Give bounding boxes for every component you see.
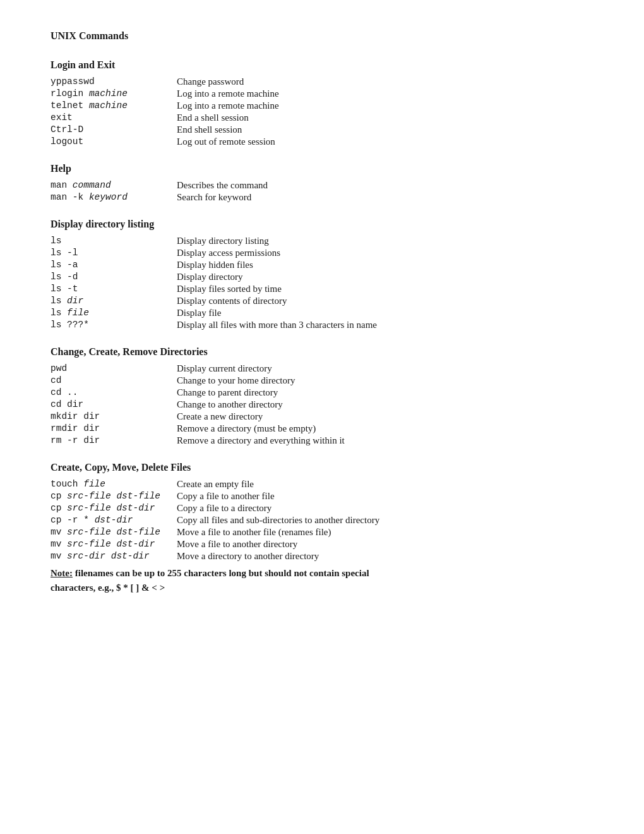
- desc-cell: Remove a directory (must be empty): [177, 423, 593, 435]
- cmd-table-help: man command Describes the command man -k…: [51, 179, 593, 203]
- cmd-table-change-dir: pwd Display current directory cd Change …: [51, 363, 593, 447]
- desc-cell: Display file: [177, 307, 593, 319]
- cmd-cell: ls -a: [51, 259, 177, 271]
- desc-cell: Display all files with more than 3 chara…: [177, 319, 593, 331]
- desc-cell: Search for keyword: [177, 191, 593, 203]
- desc-cell: Copy all files and sub-directories to an…: [177, 514, 593, 526]
- table-row: ls dir Display contents of directory: [51, 295, 593, 307]
- cmd-table-create-copy: touch file Create an empty file cp src-f…: [51, 478, 593, 562]
- table-row: yppasswd Change password: [51, 76, 593, 88]
- desc-cell: Move a file to another file (renames fil…: [177, 526, 593, 538]
- cmd-cell: ls -l: [51, 247, 177, 259]
- desc-cell: Display access permissions: [177, 247, 593, 259]
- cmd-cell: mv src-file dst-file: [51, 526, 177, 538]
- table-row: ls -t Display files sorted by time: [51, 283, 593, 295]
- table-row: Ctrl-D End shell session: [51, 124, 593, 136]
- section-title-login-exit: Login and Exit: [51, 59, 593, 71]
- desc-cell: Change to parent directory: [177, 387, 593, 399]
- section-title-change-dir: Change, Create, Remove Directories: [51, 346, 593, 358]
- table-row: pwd Display current directory: [51, 363, 593, 375]
- table-row: rmdir dir Remove a directory (must be em…: [51, 423, 593, 435]
- cmd-cell: yppasswd: [51, 76, 177, 88]
- cmd-table-login-exit: yppasswd Change password rlogin machine …: [51, 76, 593, 148]
- table-row: ls -d Display directory: [51, 271, 593, 283]
- cmd-cell: exit: [51, 112, 177, 124]
- cmd-cell: mkdir dir: [51, 411, 177, 423]
- table-row: cp src-file dst-dir Copy a file to a dir…: [51, 502, 593, 514]
- section-title-display-dir: Display directory listing: [51, 219, 593, 230]
- desc-cell: Log into a remote machine: [177, 100, 593, 112]
- cmd-cell: telnet machine: [51, 100, 177, 112]
- table-row: man command Describes the command: [51, 179, 593, 191]
- desc-cell: Change password: [177, 76, 593, 88]
- table-row: cp -r * dst-dir Copy all files and sub-d…: [51, 514, 593, 526]
- desc-cell: Move a directory to another directory: [177, 550, 593, 562]
- table-row: cp src-file dst-file Copy a file to anot…: [51, 490, 593, 502]
- cmd-cell: cp src-file dst-dir: [51, 502, 177, 514]
- cmd-cell: pwd: [51, 363, 177, 375]
- cmd-cell: touch file: [51, 478, 177, 490]
- cmd-cell: ls ???*: [51, 319, 177, 331]
- table-row: ls ???* Display all files with more than…: [51, 319, 593, 331]
- table-row: logout Log out of remote session: [51, 136, 593, 148]
- table-row: cd Change to your home directory: [51, 375, 593, 387]
- table-row: ls -a Display hidden files: [51, 259, 593, 271]
- cmd-cell: ls -t: [51, 283, 177, 295]
- page-title: UNIX Commands: [51, 30, 593, 42]
- desc-cell: Display hidden files: [177, 259, 593, 271]
- section-create-copy: Create, Copy, Move, Delete Files touch f…: [51, 462, 593, 595]
- section-change-dir: Change, Create, Remove Directories pwd D…: [51, 346, 593, 447]
- desc-cell: Display contents of directory: [177, 295, 593, 307]
- desc-cell: Copy a file to another file: [177, 490, 593, 502]
- table-row: cd dir Change to another directory: [51, 399, 593, 411]
- desc-cell: Create a new directory: [177, 411, 593, 423]
- cmd-cell: rmdir dir: [51, 423, 177, 435]
- desc-cell: Describes the command: [177, 179, 593, 191]
- cmd-cell: cd ..: [51, 387, 177, 399]
- desc-cell: Move a file to another directory: [177, 538, 593, 550]
- section-help: Help man command Describes the command m…: [51, 163, 593, 203]
- section-title-create-copy: Create, Copy, Move, Delete Files: [51, 462, 593, 473]
- table-row: touch file Create an empty file: [51, 478, 593, 490]
- cmd-table-display-dir: ls Display directory listing ls -l Displ…: [51, 235, 593, 331]
- table-row: ls Display directory listing: [51, 235, 593, 247]
- table-row: exit End a shell session: [51, 112, 593, 124]
- desc-cell: End shell session: [177, 124, 593, 136]
- table-row: mkdir dir Create a new directory: [51, 411, 593, 423]
- desc-cell: Log out of remote session: [177, 136, 593, 148]
- table-row: rm -r dir Remove a directory and everyth…: [51, 435, 593, 447]
- desc-cell: Change to your home directory: [177, 375, 593, 387]
- cmd-cell: mv src-dir dst-dir: [51, 550, 177, 562]
- table-row: man -k keyword Search for keyword: [51, 191, 593, 203]
- cmd-cell: mv src-file dst-dir: [51, 538, 177, 550]
- table-row: mv src-file dst-file Move a file to anot…: [51, 526, 593, 538]
- desc-cell: Create an empty file: [177, 478, 593, 490]
- note-filenames: Note: filenames can be up to 255 charact…: [51, 566, 593, 595]
- cmd-cell: ls -d: [51, 271, 177, 283]
- desc-cell: Display files sorted by time: [177, 283, 593, 295]
- section-login-exit: Login and Exit yppasswd Change password …: [51, 59, 593, 148]
- cmd-cell: ls: [51, 235, 177, 247]
- cmd-cell: man -k keyword: [51, 191, 177, 203]
- table-row: mv src-file dst-dir Move a file to anoth…: [51, 538, 593, 550]
- section-display-dir: Display directory listing ls Display dir…: [51, 219, 593, 331]
- desc-cell: Log into a remote machine: [177, 88, 593, 100]
- cmd-cell: cp -r * dst-dir: [51, 514, 177, 526]
- table-row: telnet machine Log into a remote machine: [51, 100, 593, 112]
- table-row: rlogin machine Log into a remote machine: [51, 88, 593, 100]
- desc-cell: Display directory: [177, 271, 593, 283]
- desc-cell: End a shell session: [177, 112, 593, 124]
- cmd-cell: cd: [51, 375, 177, 387]
- desc-cell: Display directory listing: [177, 235, 593, 247]
- cmd-cell: ls dir: [51, 295, 177, 307]
- desc-cell: Remove a directory and everything within…: [177, 435, 593, 447]
- table-row: ls -l Display access permissions: [51, 247, 593, 259]
- section-title-help: Help: [51, 163, 593, 174]
- table-row: cd .. Change to parent directory: [51, 387, 593, 399]
- table-row: mv src-dir dst-dir Move a directory to a…: [51, 550, 593, 562]
- cmd-cell: man command: [51, 179, 177, 191]
- desc-cell: Copy a file to a directory: [177, 502, 593, 514]
- desc-cell: Change to another directory: [177, 399, 593, 411]
- cmd-cell: ls file: [51, 307, 177, 319]
- cmd-cell: cd dir: [51, 399, 177, 411]
